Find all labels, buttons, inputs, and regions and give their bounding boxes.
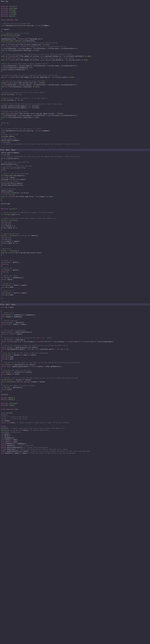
menu-view-2[interactable]: View	[11, 304, 15, 306]
menu-file-2[interactable]: File	[0, 304, 4, 306]
main-title: Main.cpp:	[0, 0, 150, 3]
menu-bar-2: File Edit View	[0, 303, 150, 306]
menu-bar: File Edit View	[0, 149, 150, 151]
code-editor-main2: inFile.open(fileName); string str; // 4.…	[0, 151, 150, 202]
circlecpp-title: Circle.cpp:	[0, 202, 150, 205]
code-editor-main: #include "Circle.h" #include <iostream> …	[0, 3, 150, 146]
code-editor-circlecpp2: this->y = newY; } // setter for x void C…	[0, 306, 150, 393]
menu-edit[interactable]: Edit	[6, 149, 10, 151]
menu-view[interactable]: View	[11, 149, 15, 151]
circleh-title: Circle.h:	[0, 393, 150, 396]
code-editor-circleh: #ifndef CIRCLE_H #define CIRCLE_H #inclu…	[0, 396, 150, 455]
file-status-2: 1×240.C++ 8	[0, 300, 150, 303]
code-editor-circlecpp: #include "Circle.h" // static variable t…	[0, 205, 150, 300]
menu-edit-2[interactable]: Edit	[6, 304, 10, 306]
menu-file[interactable]: File	[0, 149, 4, 151]
file-status-1: 1×340.C++ 8	[0, 146, 150, 149]
